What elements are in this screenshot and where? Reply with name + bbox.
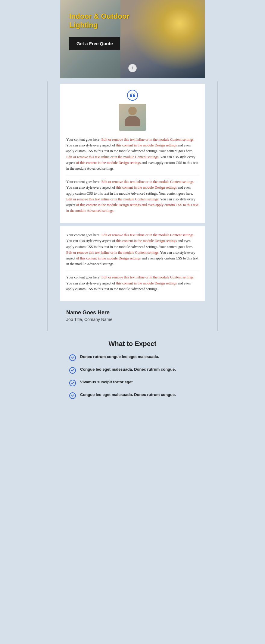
- middle-section: Your content goes here. Edit or remove t…: [0, 78, 265, 416]
- testimonial-card-2: Your content goes here. Edit or remove t…: [60, 226, 205, 301]
- person-name: Name Goes Here: [66, 309, 199, 316]
- testimonial-link-11[interactable]: Edit or remove this text inline or in th…: [66, 250, 159, 255]
- left-bar-1: [47, 81, 48, 225]
- expect-item-text-1: Donec rutrum congue leo eget malesuada.: [80, 354, 159, 360]
- bars-row-1: Your content goes here. Edit or remove t…: [0, 81, 265, 225]
- testimonial-link-9[interactable]: Edit or remove this text inline or in th…: [101, 233, 194, 237]
- check-icon-1: [69, 354, 76, 361]
- testimonial-paragraph-1: Your content goes here. Edit or remove t…: [66, 137, 199, 171]
- testimonial-link-8[interactable]: of this content in the module Design set…: [66, 203, 198, 213]
- testimonial-link-5[interactable]: Edit or remove this text inline or in th…: [101, 180, 194, 184]
- testimonial-card: Your content goes here. Edit or remove t…: [60, 84, 205, 223]
- avatar-wrapper: [66, 104, 199, 132]
- testimonial-link-1[interactable]: Edit or remove this text inline or in th…: [101, 137, 194, 142]
- hero-title: Indoor & Outdoor Lighting: [69, 12, 154, 30]
- hero-container: Indoor & Outdoor Lighting Get a Free Quo…: [60, 0, 205, 78]
- quote-icon-wrapper: [66, 90, 199, 101]
- expect-item-text-4: Congue leo eget malesuada. Donec rutrum …: [80, 392, 176, 398]
- left-bar-3: [47, 302, 48, 331]
- testimonial-link-3[interactable]: Edit or remove this text inline or in th…: [66, 155, 159, 159]
- expect-item-4: Congue leo eget malesuada. Donec rutrum …: [66, 392, 199, 399]
- testimonial-text-block-1: Your content goes here. Edit or remove t…: [66, 137, 199, 171]
- expect-section: What to Expect Donec rutrum congue leo e…: [60, 334, 205, 410]
- name-section: Name Goes Here Job Title, Comany Name: [60, 303, 205, 331]
- expect-item-3: Vivamus suscipit tortor eget.: [66, 379, 199, 386]
- page-wrapper: Indoor & Outdoor Lighting Get a Free Quo…: [0, 0, 265, 644]
- testimonial-paragraph-4: Your content goes here. Edit or remove t…: [66, 275, 199, 292]
- testimonial-divider-2: [66, 271, 199, 271]
- testimonial-paragraph-2: Your content goes here. Edit or remove t…: [66, 179, 199, 214]
- check-icon-2: [69, 367, 76, 374]
- testimonial-link-4[interactable]: of this content in the module Design set…: [76, 161, 141, 165]
- testimonial-divider-1: [66, 175, 199, 175]
- quote-icon: [127, 90, 138, 101]
- get-quote-button[interactable]: Get a Free Quote: [69, 37, 120, 50]
- testimonial-link-10[interactable]: this content in the module Design settin…: [116, 239, 177, 243]
- check-icon-4: [69, 392, 76, 399]
- testimonial-link-12[interactable]: of this content in the module Design set…: [76, 256, 141, 260]
- testimonial-paragraph-3: Your content goes here. Edit or remove t…: [66, 232, 199, 267]
- testimonial-link-7[interactable]: Edit or remove this text inline or in th…: [66, 197, 159, 201]
- testimonial-link-14[interactable]: this content in the module Design settin…: [116, 281, 177, 285]
- check-icon-3: [69, 380, 76, 386]
- hero-section: Indoor & Outdoor Lighting Get a Free Quo…: [60, 0, 205, 78]
- testimonial-link-6[interactable]: this content in the module Design settin…: [116, 185, 177, 190]
- expect-row: What to Expect Donec rutrum congue leo e…: [0, 331, 265, 413]
- hero-content: Indoor & Outdoor Lighting Get a Free Quo…: [60, 0, 205, 59]
- expect-title: What to Expect: [66, 340, 199, 348]
- expect-item-2: Congue leo eget malesuada. Donec rutrum …: [66, 366, 199, 374]
- left-bar-2: [47, 225, 48, 302]
- hero-title-part2: Lighting: [69, 21, 98, 29]
- expect-item-text-3: Vivamus suscipit tortor eget.: [80, 379, 134, 385]
- testimonial-link-2[interactable]: this content in the module Design settin…: [116, 143, 177, 147]
- bars-row-2: Your content goes here. Edit or remove t…: [0, 225, 265, 302]
- expect-item-text-2: Congue leo eget malesuada. Donec rutrum …: [80, 366, 176, 372]
- avatar: [119, 104, 146, 131]
- right-bar-3: [217, 302, 218, 331]
- testimonial-text-block-2: Your content goes here. Edit or remove t…: [66, 179, 199, 214]
- right-bar-2: [217, 225, 218, 302]
- bars-row-3: Name Goes Here Job Title, Comany Name: [0, 302, 265, 331]
- person-job: Job Title, Comany Name: [66, 317, 199, 322]
- right-bar-1: [217, 81, 218, 225]
- hero-title-part1: Indoor & Outdoor: [69, 12, 129, 20]
- add-module-button[interactable]: +: [128, 64, 137, 72]
- expect-item-1: Donec rutrum congue leo eget malesuada.: [66, 354, 199, 361]
- testimonial-link-13[interactable]: Edit or remove this text inline or in th…: [101, 275, 194, 279]
